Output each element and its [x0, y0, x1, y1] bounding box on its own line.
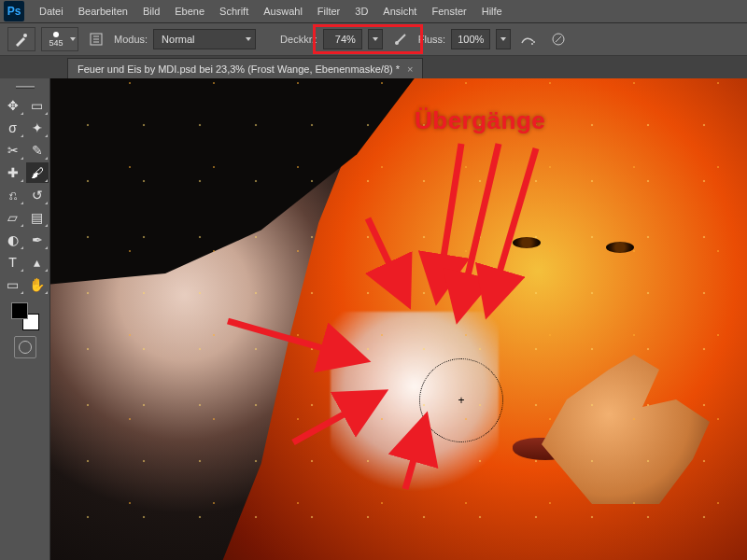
brush-tool[interactable]: 🖌: [26, 162, 49, 183]
svg-line-12: [293, 396, 377, 442]
foreground-color-swatch[interactable]: [11, 302, 28, 319]
canvas-area[interactable]: Übergänge: [50, 78, 747, 560]
flow-label: Fluss:: [418, 34, 445, 45]
history-brush-tool[interactable]: ↺: [26, 185, 49, 205]
workspace: ✥▭σ✦✂✎✚🖌⎌↺▱▤◐✒T▴▭✋ Übergänge: [0, 78, 747, 560]
move-tool[interactable]: ✥: [2, 95, 24, 116]
marquee-tool[interactable]: ▭: [26, 95, 49, 116]
document-canvas[interactable]: Übergänge: [50, 78, 747, 560]
menu-file[interactable]: Datei: [32, 6, 71, 17]
document-tab[interactable]: Feuer und Eis by MDI.psd bei 23,3% (Fros…: [67, 58, 423, 78]
document-tab-strip: Feuer und Eis by MDI.psd bei 23,3% (Fros…: [0, 56, 747, 78]
opacity-value: 74%: [335, 34, 356, 45]
panel-grip[interactable]: [3, 82, 48, 91]
color-swatches[interactable]: [11, 302, 39, 330]
options-bar: 545 Modus: Normal Deckkr.: 74% Fluss: 10…: [0, 22, 747, 56]
document-tab-title: Feuer und Eis by MDI.psd bei 23,3% (Fros…: [78, 63, 400, 75]
menu-window[interactable]: Fenster: [424, 6, 473, 17]
blend-mode-value: Normal: [162, 34, 194, 45]
tool-preset-picker[interactable]: [7, 27, 35, 51]
opacity-label: Deckkr.:: [280, 34, 317, 45]
opacity-input[interactable]: 74%: [323, 29, 362, 49]
svg-line-10: [368, 218, 405, 298]
chevron-down-icon: [70, 37, 76, 41]
submenu-indicator-icon: [45, 202, 48, 204]
pressure-size-toggle[interactable]: [546, 29, 571, 49]
svg-point-4: [531, 43, 533, 45]
chevron-down-icon: [500, 37, 506, 41]
eraser-tool[interactable]: ▱: [2, 207, 24, 228]
menu-edit[interactable]: Bearbeiten: [71, 6, 135, 17]
submenu-indicator-icon: [45, 179, 48, 182]
app-logo: Ps: [4, 1, 24, 21]
brush-preset-picker[interactable]: 545: [41, 27, 78, 51]
svg-point-2: [395, 41, 399, 45]
submenu-indicator-icon: [21, 202, 23, 204]
menu-3d[interactable]: 3D: [347, 6, 375, 17]
brush-thumb-icon: [53, 32, 59, 37]
submenu-indicator-icon: [21, 112, 23, 115]
type-tool[interactable]: T: [2, 252, 24, 273]
chevron-down-icon: [246, 37, 251, 41]
svg-point-3: [533, 41, 535, 43]
brush-panel-toggle[interactable]: [84, 29, 108, 49]
clone-stamp-tool[interactable]: ⎌: [2, 185, 24, 205]
hand-tool[interactable]: ✋: [26, 274, 49, 295]
submenu-indicator-icon: [21, 157, 23, 160]
menu-layer[interactable]: Ebene: [167, 6, 212, 17]
svg-point-0: [23, 34, 27, 37]
menu-type[interactable]: Schrift: [212, 6, 256, 17]
opacity-dropdown[interactable]: [368, 29, 383, 49]
submenu-indicator-icon: [21, 269, 23, 272]
close-icon[interactable]: ×: [407, 63, 413, 75]
submenu-indicator-icon: [21, 134, 23, 137]
flow-input[interactable]: 100%: [451, 29, 490, 49]
menu-filter[interactable]: Filter: [310, 6, 347, 17]
shape-tool[interactable]: ▭: [2, 274, 24, 295]
lasso-tool[interactable]: σ: [2, 118, 24, 138]
tutorial-arrow: [50, 78, 747, 560]
airbrush-toggle[interactable]: [516, 29, 541, 49]
menu-bar: Ps Datei Bearbeiten Bild Ebene Schrift A…: [0, 0, 747, 22]
brush-size-label: 545: [49, 38, 63, 48]
healing-brush-tool[interactable]: ✚: [2, 162, 24, 183]
pen-tool[interactable]: ✒: [26, 230, 49, 250]
submenu-indicator-icon: [45, 224, 48, 227]
submenu-indicator-icon: [45, 112, 48, 115]
svg-line-11: [228, 321, 359, 358]
quick-mask-toggle[interactable]: [14, 336, 36, 358]
crop-tool[interactable]: ✂: [2, 140, 24, 161]
magic-wand-tool[interactable]: ✦: [26, 118, 49, 138]
submenu-indicator-icon: [45, 291, 48, 294]
menu-select[interactable]: Auswahl: [256, 6, 310, 17]
submenu-indicator-icon: [21, 291, 23, 294]
submenu-indicator-icon: [45, 157, 48, 160]
menu-help[interactable]: Hilfe: [474, 6, 510, 17]
submenu-indicator-icon: [21, 224, 23, 227]
submenu-indicator-icon: [21, 179, 23, 182]
path-selection-tool[interactable]: ▴: [26, 252, 49, 273]
menu-view[interactable]: Ansicht: [375, 6, 424, 17]
pressure-opacity-toggle[interactable]: [388, 29, 413, 49]
toolbox: ✥▭σ✦✂✎✚🖌⎌↺▱▤◐✒T▴▭✋: [0, 78, 50, 560]
submenu-indicator-icon: [45, 134, 48, 137]
submenu-indicator-icon: [45, 246, 48, 249]
svg-line-7: [438, 144, 461, 293]
submenu-indicator-icon: [45, 269, 48, 272]
flow-value: 100%: [458, 34, 484, 45]
blend-mode-select[interactable]: Normal: [153, 29, 256, 49]
svg-line-13: [405, 424, 424, 489]
blend-mode-label: Modus:: [114, 34, 148, 45]
eyedropper-tool[interactable]: ✎: [26, 140, 49, 161]
chevron-down-icon: [373, 37, 378, 41]
circle-icon: [19, 341, 32, 354]
flow-dropdown[interactable]: [496, 29, 511, 49]
gradient-tool[interactable]: ▤: [26, 207, 49, 228]
svg-line-9: [489, 148, 536, 307]
submenu-indicator-icon: [21, 246, 23, 249]
menu-image[interactable]: Bild: [135, 6, 167, 17]
dodge-tool[interactable]: ◐: [2, 230, 24, 250]
